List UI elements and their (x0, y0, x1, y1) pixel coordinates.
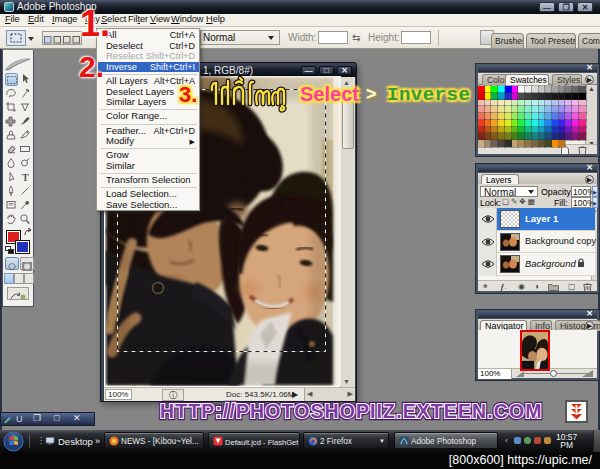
svg-text:T: T (22, 172, 29, 183)
